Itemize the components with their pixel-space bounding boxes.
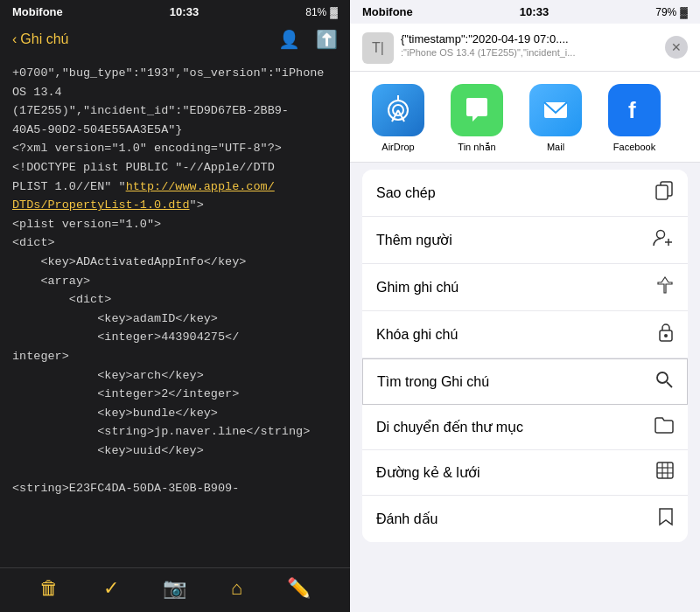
menu-sao-chep[interactable]: Sao chép <box>362 170 688 217</box>
menu-tim-trong[interactable]: Tìm trong Ghi chú <box>362 358 688 405</box>
left-status-bar: Mobifone 10:33 81% ▓ <box>0 0 350 24</box>
sao-chep-label: Sao chép <box>376 185 436 201</box>
menu-list: Sao chép Thêm người <box>362 170 688 542</box>
share-icon[interactable]: ⬆️ <box>316 29 338 50</box>
back-label: Ghi chú <box>20 31 68 47</box>
mail-label: Mail <box>547 142 564 152</box>
left-battery: 81% ▓ <box>305 6 338 18</box>
right-carrier: Mobifone <box>362 5 413 18</box>
tim-trong-label: Tìm trong Ghi chú <box>377 374 489 390</box>
menu-khoa[interactable]: Khóa ghi chú <box>362 311 688 358</box>
search-icon <box>655 371 673 393</box>
camera-icon[interactable]: 📷 <box>163 577 186 600</box>
facebook-label: Facebook <box>613 142 655 152</box>
sheet-header-left: T| {"timestamp":"2020-04-19 07:0.... :"i… <box>362 32 665 64</box>
them-nguoi-label: Thêm người <box>376 232 452 248</box>
share-mail[interactable]: Mail <box>516 84 595 153</box>
copy-icon <box>654 181 674 205</box>
anchor-icon[interactable]: ⌂ <box>231 577 242 600</box>
svg-rect-8 <box>656 185 668 199</box>
danh-dau-label: Đánh dấu <box>376 511 438 527</box>
left-nav-bar: ‹ Ghi chú 👤 ⬆️ <box>0 24 350 57</box>
share-messages[interactable]: Tin nhắn <box>438 84 516 153</box>
left-time: 10:33 <box>170 5 199 18</box>
pencil-icon[interactable]: ✏️ <box>287 577 311 600</box>
sheet-title: {"timestamp":"2020-04-19 07:0.... <box>401 32 637 45</box>
share-icons-row: AirDrop Tin nhắn Mail f <box>350 72 700 163</box>
svg-line-15 <box>667 382 672 387</box>
messages-icon <box>451 84 503 136</box>
left-carrier: Mobifone <box>12 5 63 18</box>
duong-ke-label: Đường kẻ & lưới <box>376 464 480 481</box>
svg-rect-16 <box>657 462 673 478</box>
airdrop-label: AirDrop <box>382 142 414 152</box>
mail-icon <box>529 84 582 136</box>
sheet-header: T| {"timestamp":"2020-04-19 07:0.... :"i… <box>350 24 700 72</box>
back-button[interactable]: ‹ Ghi chú <box>12 31 68 47</box>
right-content: Sao chép Thêm người <box>350 163 700 612</box>
di-chuyen-label: Di chuyển đến thư mục <box>376 419 523 435</box>
right-status-bar: Mobifone 10:33 79% ▓ <box>350 0 700 24</box>
ghim-label: Ghim ghi chú <box>376 280 458 296</box>
right-time: 10:33 <box>520 5 549 18</box>
grid-icon <box>656 462 674 483</box>
khoa-label: Khóa ghi chú <box>376 327 458 343</box>
svg-point-14 <box>657 372 668 383</box>
airdrop-icon <box>372 84 424 136</box>
right-battery: 79% ▓ <box>655 6 688 18</box>
bookmark-icon <box>658 507 674 531</box>
sheet-subtitle: :"iPhone OS 13.4 (17E255)","incident_i..… <box>401 47 637 58</box>
menu-duong-ke[interactable]: Đường kẻ & lưới <box>362 450 688 496</box>
menu-them-nguoi[interactable]: Thêm người <box>362 217 688 264</box>
share-facebook[interactable]: f Facebook <box>595 84 674 153</box>
svg-text:f: f <box>628 97 636 123</box>
left-panel: Mobifone 10:33 81% ▓ ‹ Ghi chú 👤 ⬆️ +070… <box>0 0 350 612</box>
nav-icons: 👤 ⬆️ <box>278 29 338 50</box>
add-person-icon <box>653 228 674 252</box>
svg-point-13 <box>664 334 668 337</box>
share-airdrop[interactable]: AirDrop <box>359 84 438 153</box>
document-icon: T| <box>362 32 394 64</box>
folder-icon <box>654 416 674 438</box>
facebook-icon: f <box>608 84 661 136</box>
pin-icon <box>656 275 674 299</box>
trash-icon[interactable]: 🗑 <box>39 577 59 600</box>
lock-icon <box>658 323 674 346</box>
menu-di-chuyen[interactable]: Di chuyển đến thư mục <box>362 405 688 450</box>
right-panel: Mobifone 10:33 79% ▓ T| {"timestamp":"20… <box>350 0 700 612</box>
sheet-header-text: {"timestamp":"2020-04-19 07:0.... :"iPho… <box>401 32 665 58</box>
menu-danh-dau[interactable]: Đánh dấu <box>362 496 688 542</box>
messages-label: Tin nhắn <box>458 142 495 153</box>
menu-ghim[interactable]: Ghim ghi chú <box>362 264 688 311</box>
note-content: +0700","bug_type":"193","os_version":"iP… <box>0 57 350 567</box>
person-icon[interactable]: 👤 <box>278 29 300 50</box>
svg-point-9 <box>657 231 665 239</box>
chevron-left-icon: ‹ <box>12 31 17 47</box>
left-bottom-bar: 🗑 ✓ 📷 ⌂ ✏️ <box>0 567 350 612</box>
checkmark-icon[interactable]: ✓ <box>103 577 119 600</box>
apple-link[interactable]: http://www.apple.com/ DTDs/PropertyList-… <box>12 180 275 212</box>
close-button[interactable]: ✕ <box>665 36 688 59</box>
